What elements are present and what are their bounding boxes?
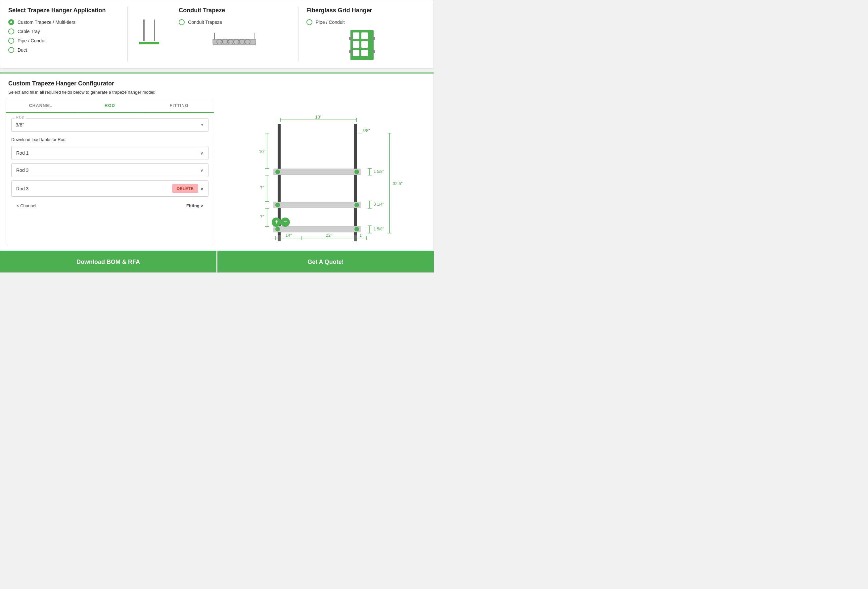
selector-title: Select Trapeze Hanger Application — [8, 7, 120, 14]
option-label-2: Pipe / Conduit — [18, 38, 47, 43]
option-cable-tray[interactable]: Cable Tray — [8, 28, 120, 34]
svg-rect-2 — [139, 42, 159, 44]
rod1-chevron: ∨ — [200, 151, 204, 155]
svg-text:22": 22" — [326, 233, 332, 238]
nav-back-button[interactable]: < Channel — [16, 203, 36, 208]
svg-point-23 — [372, 50, 375, 53]
svg-text:1 5/8": 1 5/8" — [373, 227, 384, 231]
svg-rect-17 — [362, 41, 368, 48]
rod3-row-2[interactable]: Rod 3 DELETE ∨ — [11, 181, 208, 197]
fiberglass-section: Fiberglass Grid Hanger Pipe / Conduit — [298, 7, 425, 62]
rod-dropdown-arrow: ▼ — [200, 123, 204, 127]
option-conduit-trapeze[interactable]: Conduit Trapeze — [179, 19, 290, 25]
radio-pipe-conduit — [8, 38, 14, 44]
svg-rect-12 — [213, 44, 256, 45]
radio-duct — [8, 47, 14, 53]
svg-text:7": 7" — [260, 214, 264, 219]
app-selector: Select Trapeze Hanger Application Custom… — [8, 7, 128, 62]
svg-rect-15 — [362, 33, 368, 39]
svg-text:13": 13" — [315, 115, 321, 120]
svg-text:14": 14" — [285, 233, 292, 238]
rod-field-label: ROD — [15, 115, 26, 119]
rod3-chevron-2: ∨ — [200, 186, 204, 191]
fiberglass-icon — [349, 28, 375, 62]
svg-rect-86 — [354, 235, 357, 241]
conduit-trapeze-section: Conduit Trapeze Conduit Trapeze — [171, 7, 298, 62]
svg-text:−: − — [283, 219, 287, 225]
option-fiberglass[interactable]: Pipe / Conduit — [306, 19, 418, 25]
option-custom-trapeze[interactable]: Custom Trapeze / Multi-tiers — [8, 19, 120, 25]
conduit-trapeze-option: Conduit Trapeze — [188, 19, 222, 25]
svg-point-20 — [349, 37, 352, 40]
trapeze-icon — [136, 18, 162, 51]
svg-point-82 — [354, 203, 359, 207]
tab-channel[interactable]: CHANNEL — [6, 99, 75, 112]
conduit-trapeze-icon — [211, 33, 257, 51]
option-label-1: Cable Tray — [18, 29, 40, 34]
svg-rect-14 — [353, 33, 359, 39]
download-bom-button[interactable]: Download BOM & RFA — [0, 251, 216, 272]
rod1-label: Rod 1 — [16, 150, 28, 155]
radio-cable-tray — [8, 28, 14, 34]
svg-rect-16 — [353, 41, 359, 48]
svg-rect-69 — [354, 124, 357, 237]
download-label: Download load table for Rod — [11, 137, 208, 142]
option-label-3: Duct — [18, 47, 27, 53]
configurator-title: Custom Trapeze Hanger Configurator — [0, 74, 434, 90]
delete-action-group: DELETE ∨ — [172, 184, 204, 193]
main-content: CHANNEL ROD FITTING ROD 3/8" ▼ Download … — [0, 99, 434, 250]
nav-footer: < Channel Fitting > — [11, 200, 208, 212]
conduit-preview — [179, 28, 290, 55]
rod3-row-1[interactable]: Rod 3 ∨ — [11, 163, 208, 177]
svg-text:1 5/8": 1 5/8" — [373, 169, 384, 174]
rod3-label-1: Rod 3 — [16, 167, 28, 173]
rod-select[interactable]: 3/8" ▼ — [16, 122, 204, 127]
left-panel: CHANNEL ROD FITTING ROD 3/8" ▼ Download … — [6, 99, 214, 244]
fiberglass-title: Fiberglass Grid Hanger — [306, 7, 418, 14]
main-section: Custom Trapeze Hanger Configurator Selec… — [0, 73, 434, 250]
svg-rect-18 — [353, 50, 359, 56]
svg-text:7": 7" — [260, 185, 264, 190]
diagram-svg: 13" 3/8" 10" 7" 7" — [227, 104, 413, 243]
rod-value: 3/8" — [16, 122, 24, 127]
svg-point-21 — [372, 37, 375, 40]
option-label-0: Custom Trapeze / Multi-tiers — [18, 19, 75, 25]
svg-rect-70 — [274, 169, 360, 175]
rod3-chevron-1: ∨ — [200, 168, 204, 173]
svg-point-80 — [354, 170, 359, 174]
radio-conduit-trapeze — [179, 19, 185, 25]
fiberglass-option: Pipe / Conduit — [316, 19, 345, 25]
option-duct[interactable]: Duct — [8, 47, 120, 53]
svg-point-79 — [275, 170, 280, 174]
rod1-row[interactable]: Rod 1 ∨ — [11, 146, 208, 160]
svg-point-22 — [349, 50, 352, 53]
configurator-subtitle: Select and fill in all required fields b… — [0, 90, 434, 99]
get-quote-button[interactable]: Get A Quote! — [216, 251, 434, 272]
option-pipe-conduit[interactable]: Pipe / Conduit — [8, 38, 120, 44]
rod-field-group: ROD 3/8" ▼ — [11, 118, 208, 132]
tabs-row: CHANNEL ROD FITTING — [6, 99, 214, 113]
svg-rect-1 — [154, 19, 155, 41]
delete-button[interactable]: DELETE — [172, 184, 198, 193]
rod3-label-2: Rod 3 — [16, 186, 28, 191]
tab-rod[interactable]: ROD — [75, 99, 144, 113]
top-section: Select Trapeze Hanger Application Custom… — [0, 0, 434, 68]
tab-fitting[interactable]: FITTING — [145, 99, 214, 112]
svg-rect-76 — [274, 226, 360, 232]
svg-rect-73 — [274, 202, 360, 208]
right-panel: 13" 3/8" 10" 7" 7" — [219, 99, 434, 250]
svg-text:3 1/4": 3 1/4" — [373, 202, 384, 207]
svg-text:32.5": 32.5" — [393, 181, 403, 186]
svg-rect-85 — [278, 235, 280, 241]
svg-text:1": 1" — [360, 233, 363, 238]
svg-point-84 — [354, 227, 359, 231]
form-content: ROD 3/8" ▼ Download load table for Rod R… — [6, 113, 214, 217]
svg-point-81 — [275, 203, 280, 207]
svg-text:10": 10" — [259, 149, 265, 154]
nav-forward-button[interactable]: Fitting > — [186, 203, 203, 208]
bottom-buttons: Download BOM & RFA Get A Quote! — [0, 251, 434, 272]
radio-fiberglass — [306, 19, 312, 25]
svg-rect-19 — [362, 50, 368, 56]
conduit-trapeze-title: Conduit Trapeze — [179, 7, 290, 14]
fiberglass-preview — [306, 28, 418, 62]
